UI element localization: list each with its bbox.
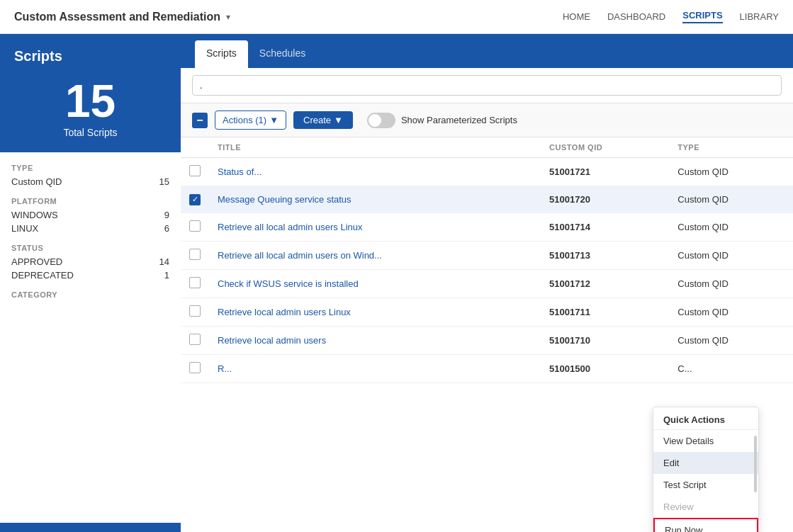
- col-type: TYPE: [669, 137, 793, 158]
- toggle-label: Show Parameterized Scripts: [401, 115, 517, 125]
- table-row: Retrieve local admin users 51001710 Cust…: [181, 326, 793, 354]
- table-row: ✓ Message Queuing service status 5100172…: [181, 186, 793, 213]
- filter-title-platform: PLATFORM: [11, 197, 169, 205]
- row-checkbox-3[interactable]: [181, 213, 209, 241]
- row-qid-6: 51001711: [541, 298, 669, 326]
- search-bar-row: [181, 68, 793, 103]
- filter-count-linux: 6: [164, 223, 169, 234]
- top-nav-right: HOME DASHBOARD SCRIPTS LIBRARY: [563, 10, 779, 23]
- table-header: TITLE CUSTOM QID TYPE: [181, 137, 793, 158]
- search-input[interactable]: [192, 75, 782, 96]
- row-checkbox-7[interactable]: [181, 326, 209, 354]
- filter-name-custom-qid: Custom QID: [11, 176, 62, 187]
- row-title-4[interactable]: Retrieve all local admin users on Wind..…: [209, 241, 541, 269]
- row-type-8: C...: [669, 354, 793, 383]
- qa-view-details[interactable]: View Details: [653, 430, 758, 452]
- filter-name-windows: WINDOWS: [11, 210, 58, 220]
- actions-button[interactable]: Actions (1) ▼: [215, 111, 286, 130]
- filter-row-windows[interactable]: WINDOWS 9: [11, 210, 169, 220]
- qa-test-script[interactable]: Test Script: [653, 474, 758, 496]
- row-title-8[interactable]: R...: [209, 354, 541, 383]
- row-type-4: Custom QID: [669, 241, 793, 269]
- filter-section-platform: PLATFORM WINDOWS 9 LINUX 6: [11, 197, 169, 234]
- toggle-area: Show Parameterized Scripts: [367, 113, 517, 128]
- row-title-5[interactable]: Check if WSUS service is installed: [209, 269, 541, 298]
- quick-actions-dropdown: Quick Actions View Details Edit Test Scr…: [653, 407, 759, 532]
- filter-name-linux: LINUX: [11, 223, 38, 234]
- filter-name-approved: APPROVED: [11, 256, 62, 267]
- col-checkbox: [181, 137, 209, 158]
- row-qid-3: 51001714: [541, 213, 669, 241]
- row-title-3[interactable]: Retrieve all local admin users Linux: [209, 213, 541, 241]
- row-title-6[interactable]: Retrieve local admin users Linux: [209, 298, 541, 326]
- filter-count-deprecated: 1: [164, 270, 169, 281]
- row-title-7[interactable]: Retrieve local admin users: [209, 326, 541, 354]
- filter-section-status: STATUS APPROVED 14 DEPRECATED 1: [11, 244, 169, 281]
- row-checkbox-6[interactable]: [181, 298, 209, 326]
- tabs-bar: Scripts Schedules: [181, 34, 793, 68]
- deselect-button[interactable]: −: [192, 113, 208, 128]
- create-dropdown-icon: ▼: [334, 115, 343, 125]
- qa-run-now[interactable]: Run Now: [653, 518, 758, 532]
- scripts-table: TITLE CUSTOM QID TYPE Status of... 51001…: [181, 137, 793, 383]
- create-label: Create: [303, 115, 331, 125]
- toolbar-area: − Actions (1) ▼ Create ▼ Show Parameteri…: [181, 68, 793, 137]
- table-area: TITLE CUSTOM QID TYPE Status of... 51001…: [181, 137, 793, 532]
- row-qid-7: 51001710: [541, 326, 669, 354]
- toggle-knob: [369, 114, 381, 127]
- scrollbar[interactable]: [754, 436, 757, 492]
- table-row: Retrieve all local admin users on Wind..…: [181, 241, 793, 269]
- col-title: TITLE: [209, 137, 541, 158]
- parameterized-toggle[interactable]: [367, 113, 395, 128]
- row-type-2: Custom QID: [669, 186, 793, 213]
- app-title: Custom Assessment and Remediation: [14, 11, 220, 23]
- tab-scripts[interactable]: Scripts: [195, 40, 248, 68]
- app-dropdown-arrow[interactable]: ▾: [226, 12, 230, 22]
- create-button[interactable]: Create ▼: [293, 111, 353, 129]
- filter-count-windows: 9: [164, 210, 169, 220]
- sidebar-stats: 15 Total Scripts: [0, 72, 181, 152]
- filter-row-linux[interactable]: LINUX 6: [11, 223, 169, 234]
- row-qid-8: 51001500: [541, 354, 669, 383]
- filter-title-type: TYPE: [11, 164, 169, 172]
- filter-row-approved[interactable]: APPROVED 14: [11, 256, 169, 267]
- main-layout: Scripts 15 Total Scripts TYPE Custom QID…: [0, 34, 793, 532]
- nav-home[interactable]: HOME: [563, 11, 590, 22]
- row-title-1[interactable]: Status of...: [209, 158, 541, 186]
- row-type-5: Custom QID: [669, 269, 793, 298]
- row-qid-1: 51001721: [541, 158, 669, 186]
- table-body: Status of... 51001721 Custom QID ✓ Messa…: [181, 158, 793, 383]
- row-type-7: Custom QID: [669, 326, 793, 354]
- qa-edit[interactable]: Edit: [653, 452, 758, 474]
- row-checkbox-5[interactable]: [181, 269, 209, 298]
- nav-library[interactable]: LIBRARY: [740, 11, 779, 22]
- tab-schedules[interactable]: Schedules: [248, 40, 317, 68]
- filter-section-category: CATEGORY: [11, 290, 169, 299]
- filter-count-custom-qid: 15: [159, 176, 169, 187]
- col-qid: CUSTOM QID: [541, 137, 669, 158]
- row-title-2[interactable]: Message Queuing service status: [209, 186, 541, 213]
- actions-dropdown-icon: ▼: [269, 115, 279, 125]
- filter-name-deprecated: DEPRECATED: [11, 270, 74, 281]
- actions-label: Actions (1): [223, 115, 266, 125]
- row-checkbox-1[interactable]: [181, 158, 209, 186]
- qa-review: Review: [653, 496, 758, 518]
- filter-row-custom-qid[interactable]: Custom QID 15: [11, 176, 169, 187]
- nav-dashboard[interactable]: DASHBOARD: [607, 11, 665, 22]
- row-checkbox-2[interactable]: ✓: [181, 186, 209, 213]
- content-area: Scripts Schedules − Actions (1) ▼ Create…: [181, 34, 793, 532]
- filter-section-type: TYPE Custom QID 15: [11, 164, 169, 187]
- row-qid-4: 51001713: [541, 241, 669, 269]
- table-row: Retrieve all local admin users Linux 510…: [181, 213, 793, 241]
- sidebar: Scripts 15 Total Scripts TYPE Custom QID…: [0, 34, 181, 532]
- actions-row: − Actions (1) ▼ Create ▼ Show Parameteri…: [181, 103, 793, 137]
- nav-scripts[interactable]: SCRIPTS: [682, 10, 722, 23]
- sidebar-count-label: Total Scripts: [14, 127, 167, 138]
- top-nav-left: Custom Assessment and Remediation ▾: [14, 11, 230, 23]
- row-checkbox-8[interactable]: [181, 354, 209, 383]
- filter-row-deprecated[interactable]: DEPRECATED 1: [11, 270, 169, 281]
- top-nav: Custom Assessment and Remediation ▾ HOME…: [0, 0, 793, 34]
- row-type-1: Custom QID: [669, 158, 793, 186]
- table-row: R... 51001500 C...: [181, 354, 793, 383]
- row-checkbox-4[interactable]: [181, 241, 209, 269]
